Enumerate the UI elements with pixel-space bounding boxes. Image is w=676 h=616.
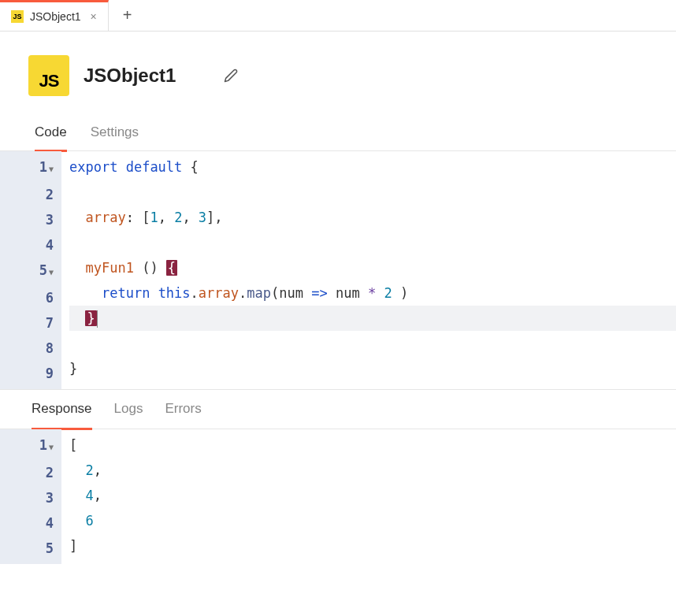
response-line: [ [69, 432, 676, 458]
line-number: 8 [0, 336, 57, 361]
add-tab-button[interactable]: + [109, 6, 147, 24]
pencil-icon [224, 69, 238, 83]
response-body: [ 2, 4, 6] [61, 429, 676, 564]
js-badge-icon: JS [28, 55, 69, 96]
line-number: 2 [0, 460, 57, 485]
response-viewer: 1▼2345 [ 2, 4, 6] [0, 429, 676, 564]
response-line: 2, [69, 458, 676, 483]
line-number: 4 [0, 510, 57, 536]
page-header: JS JSObject1 [0, 32, 676, 115]
line-number: 5▼ [0, 258, 57, 285]
line-number: 3 [0, 485, 57, 510]
tab-code[interactable]: Code [35, 115, 67, 152]
line-number: 7 [0, 310, 57, 336]
line-number: 9 [0, 361, 57, 386]
line-number: 1▼ [0, 432, 57, 460]
code-line[interactable] [69, 331, 676, 356]
close-icon[interactable]: × [91, 10, 97, 23]
line-number: 4 [0, 232, 57, 258]
tab-response[interactable]: Response [32, 390, 92, 430]
code-line[interactable]: return this.array.map(num => num * 2 ) [69, 280, 676, 306]
code-line[interactable] [69, 180, 676, 205]
line-number: 6 [0, 285, 57, 310]
editor-subtabs: Code Settings [0, 115, 676, 151]
edit-name-button[interactable] [224, 69, 238, 83]
code-line[interactable]: export default { [69, 154, 676, 180]
line-number: 5 [0, 536, 57, 561]
fold-icon[interactable]: ▼ [49, 443, 54, 451]
code-line[interactable]: myFun1 () { [69, 255, 676, 280]
response-line: ] [69, 533, 676, 558]
code-line[interactable]: } [69, 306, 676, 331]
code-body[interactable]: export default { array: [1, 2, 3], myFun… [61, 151, 676, 389]
code-line[interactable]: } [69, 356, 676, 381]
output-tabs: Response Logs Errors [0, 390, 676, 429]
tab-settings[interactable]: Settings [91, 115, 139, 150]
response-gutter: 1▼2345 [0, 429, 61, 564]
fold-icon[interactable]: ▼ [49, 268, 54, 276]
response-line: 4, [69, 483, 676, 508]
line-number: 1▼ [0, 154, 57, 182]
line-number: 3 [0, 207, 57, 232]
tab-logs[interactable]: Logs [114, 390, 143, 429]
response-line: 6 [69, 508, 676, 533]
code-line[interactable]: array: [1, 2, 3], [69, 205, 676, 230]
tab-errors[interactable]: Errors [165, 390, 201, 429]
page-title: JSObject1 [84, 65, 210, 87]
line-gutter: 1▼2345▼6789 [0, 151, 61, 389]
fold-icon[interactable]: ▼ [49, 165, 54, 173]
code-line[interactable] [69, 230, 676, 255]
line-number: 2 [0, 182, 57, 207]
tab-bar: JS JSObject1 × + [0, 0, 676, 32]
editor-tab[interactable]: JS JSObject1 × [0, 0, 109, 31]
js-icon: JS [11, 10, 24, 23]
tab-label: JSObject1 [30, 10, 81, 23]
code-editor[interactable]: 1▼2345▼6789 export default { array: [1, … [0, 151, 676, 390]
